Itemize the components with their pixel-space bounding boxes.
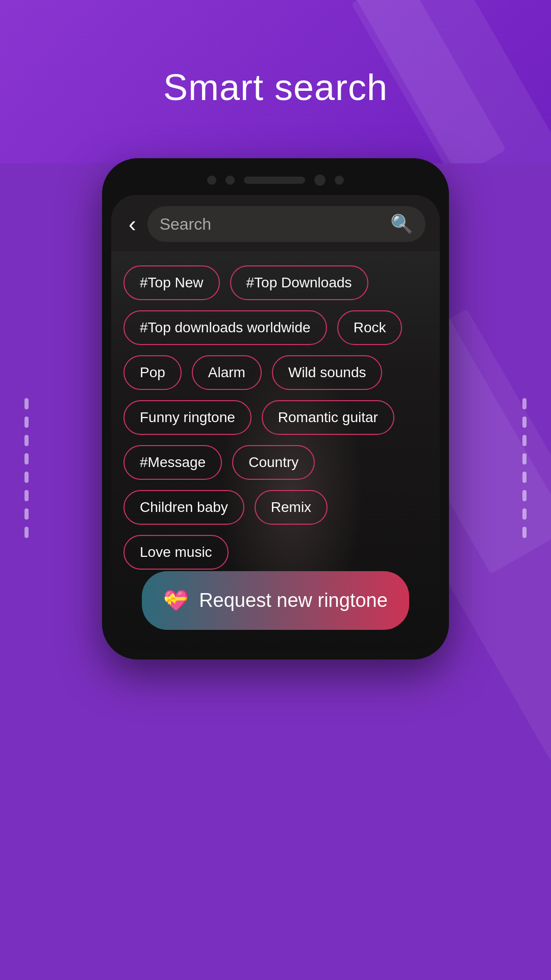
tag-wild-sounds[interactable]: Wild sounds: [272, 355, 383, 390]
dash: [522, 490, 527, 501]
search-bar-container: ‹ Search 🔍: [111, 195, 440, 251]
dash: [24, 508, 29, 520]
search-input-wrapper[interactable]: Search 🔍: [147, 206, 425, 242]
back-button[interactable]: ‹: [126, 213, 139, 235]
notch-speaker: [244, 177, 305, 184]
phone-mockup: ‹ Search 🔍 #Top New#Top Downloads#Top do…: [102, 158, 449, 659]
tag-top-new[interactable]: #Top New: [123, 265, 220, 300]
tag-top-downloads-worldwide[interactable]: #Top downloads worldwide: [123, 310, 327, 345]
dash: [24, 435, 29, 446]
search-placeholder: Search: [160, 215, 211, 234]
request-new-ringtone-button[interactable]: 💝 Request new ringtone: [142, 571, 409, 630]
dash: [522, 435, 527, 446]
phone-top-bar: [111, 167, 440, 193]
tag-remix[interactable]: Remix: [255, 490, 328, 525]
notch-camera: [314, 175, 325, 186]
request-btn-container: 💝 Request new ringtone: [111, 571, 440, 650]
dashes-left: [24, 398, 29, 538]
notch-dot-3: [335, 176, 344, 185]
tag-romantic-guitar[interactable]: Romantic guitar: [262, 400, 394, 435]
tag-love-music[interactable]: Love music: [123, 535, 229, 570]
dash: [24, 453, 29, 464]
notch-dot-2: [226, 176, 235, 185]
request-btn-label: Request new ringtone: [199, 590, 388, 611]
dash: [24, 472, 29, 483]
dash: [522, 416, 527, 428]
tag-children-baby[interactable]: Children baby: [123, 490, 244, 525]
dash: [522, 398, 527, 409]
phone-screen: ‹ Search 🔍 #Top New#Top Downloads#Top do…: [111, 195, 440, 650]
tag-alarm[interactable]: Alarm: [192, 355, 262, 390]
search-icon: 🔍: [390, 213, 413, 235]
dashes-right: [522, 398, 527, 538]
notch-dot-1: [207, 176, 216, 185]
tag-message[interactable]: #Message: [123, 445, 222, 480]
dash: [24, 398, 29, 409]
phone-outer: ‹ Search 🔍 #Top New#Top Downloads#Top do…: [102, 158, 449, 659]
dash: [522, 453, 527, 464]
tags-container: #Top New#Top Downloads#Top downloads wor…: [111, 251, 440, 584]
dash: [24, 527, 29, 538]
dash: [24, 416, 29, 428]
dash: [522, 527, 527, 538]
tag-funny-ringtone[interactable]: Funny ringtone: [123, 400, 252, 435]
dash: [24, 490, 29, 501]
tag-pop[interactable]: Pop: [123, 355, 182, 390]
tag-top-downloads[interactable]: #Top Downloads: [230, 265, 368, 300]
tag-country[interactable]: Country: [232, 445, 315, 480]
dash: [522, 472, 527, 483]
tag-rock[interactable]: Rock: [337, 310, 403, 345]
heart-icon: 💝: [163, 589, 189, 612]
page-title: Smart search: [0, 66, 551, 108]
dash: [522, 508, 527, 520]
